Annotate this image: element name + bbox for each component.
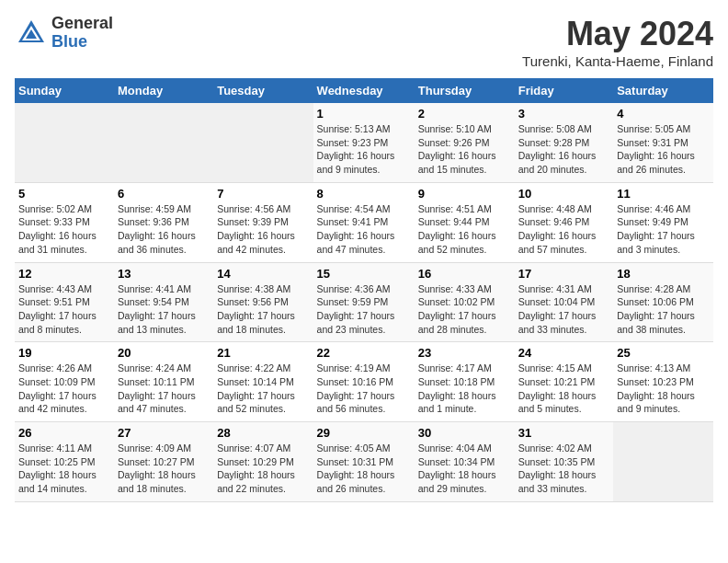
- day-info: Sunrise: 5:10 AMSunset: 9:26 PMDaylight:…: [418, 122, 511, 177]
- calendar-cell: 3Sunrise: 5:08 AMSunset: 9:28 PMDaylight…: [515, 103, 613, 182]
- day-number: 6: [118, 187, 210, 201]
- day-number: 25: [617, 346, 710, 360]
- page-header: General Blue May 2024 Turenki, Kanta-Hae…: [15, 15, 713, 69]
- day-info: Sunrise: 4:13 AMSunset: 10:23 PMDaylight…: [617, 362, 710, 416]
- column-header-thursday: Thursday: [415, 78, 515, 103]
- day-info: Sunrise: 4:04 AMSunset: 10:34 PMDaylight…: [418, 442, 511, 496]
- day-number: 8: [317, 187, 411, 201]
- day-number: 19: [18, 346, 110, 360]
- day-number: 7: [217, 187, 309, 201]
- day-info: Sunrise: 4:19 AMSunset: 10:16 PMDaylight…: [317, 362, 411, 416]
- day-info: Sunrise: 5:05 AMSunset: 9:31 PMDaylight:…: [617, 122, 710, 177]
- month-title: May 2024: [522, 15, 713, 53]
- day-info: Sunrise: 4:24 AMSunset: 10:11 PMDaylight…: [118, 362, 210, 416]
- day-number: 13: [118, 267, 210, 281]
- day-info: Sunrise: 4:38 AMSunset: 9:56 PMDaylight:…: [217, 282, 309, 337]
- day-info: Sunrise: 4:48 AMSunset: 9:46 PMDaylight:…: [518, 202, 609, 257]
- day-number: 23: [418, 346, 511, 360]
- calendar-cell: [613, 422, 713, 502]
- day-number: 26: [18, 426, 110, 440]
- day-number: 28: [217, 426, 309, 440]
- day-info: Sunrise: 4:36 AMSunset: 9:59 PMDaylight:…: [317, 282, 411, 337]
- day-info: Sunrise: 5:08 AMSunset: 9:28 PMDaylight:…: [518, 122, 609, 177]
- day-info: Sunrise: 4:33 AMSunset: 10:02 PMDaylight…: [418, 282, 511, 337]
- logo: General Blue: [15, 15, 113, 52]
- title-area: May 2024 Turenki, Kanta-Haeme, Finland: [522, 15, 713, 69]
- day-info: Sunrise: 4:22 AMSunset: 10:14 PMDaylight…: [217, 362, 309, 416]
- calendar-week-row: 5Sunrise: 5:02 AMSunset: 9:33 PMDaylight…: [15, 182, 713, 262]
- calendar-cell: 6Sunrise: 4:59 AMSunset: 9:36 PMDaylight…: [114, 182, 213, 262]
- calendar-cell: 1Sunrise: 5:13 AMSunset: 9:23 PMDaylight…: [313, 103, 415, 182]
- logo-blue-text: Blue: [51, 33, 113, 52]
- calendar-week-row: 19Sunrise: 4:26 AMSunset: 10:09 PMDaylig…: [15, 342, 713, 422]
- day-info: Sunrise: 4:56 AMSunset: 9:39 PMDaylight:…: [217, 202, 309, 257]
- calendar-cell: 18Sunrise: 4:28 AMSunset: 10:06 PMDaylig…: [613, 262, 713, 342]
- calendar-cell: [114, 103, 213, 182]
- calendar-cell: 16Sunrise: 4:33 AMSunset: 10:02 PMDaylig…: [415, 262, 515, 342]
- day-info: Sunrise: 4:31 AMSunset: 10:04 PMDaylight…: [518, 282, 609, 337]
- day-number: 27: [118, 426, 210, 440]
- day-number: 4: [617, 107, 710, 121]
- logo-text: General Blue: [51, 15, 113, 52]
- calendar-cell: 26Sunrise: 4:11 AMSunset: 10:25 PMDaylig…: [15, 422, 114, 502]
- day-number: 22: [317, 346, 411, 360]
- day-number: 18: [617, 267, 710, 281]
- calendar-cell: 15Sunrise: 4:36 AMSunset: 9:59 PMDayligh…: [313, 262, 415, 342]
- day-number: 5: [18, 187, 110, 201]
- calendar-cell: 4Sunrise: 5:05 AMSunset: 9:31 PMDaylight…: [613, 103, 713, 182]
- calendar-cell: 25Sunrise: 4:13 AMSunset: 10:23 PMDaylig…: [613, 342, 713, 422]
- calendar-cell: 24Sunrise: 4:15 AMSunset: 10:21 PMDaylig…: [515, 342, 613, 422]
- logo-general-text: General: [51, 15, 113, 33]
- day-number: 17: [518, 267, 609, 281]
- calendar-cell: 28Sunrise: 4:07 AMSunset: 10:29 PMDaylig…: [213, 422, 313, 502]
- calendar-cell: 21Sunrise: 4:22 AMSunset: 10:14 PMDaylig…: [213, 342, 313, 422]
- logo-icon: [15, 17, 48, 50]
- day-info: Sunrise: 4:02 AMSunset: 10:35 PMDaylight…: [518, 442, 609, 496]
- location-label: Turenki, Kanta-Haeme, Finland: [522, 53, 713, 69]
- column-header-sunday: Sunday: [15, 78, 114, 103]
- day-number: 9: [418, 187, 511, 201]
- day-number: 29: [317, 426, 411, 440]
- calendar-cell: 2Sunrise: 5:10 AMSunset: 9:26 PMDaylight…: [415, 103, 515, 182]
- calendar-cell: 30Sunrise: 4:04 AMSunset: 10:34 PMDaylig…: [415, 422, 515, 502]
- calendar-cell: 20Sunrise: 4:24 AMSunset: 10:11 PMDaylig…: [114, 342, 213, 422]
- column-header-tuesday: Tuesday: [213, 78, 313, 103]
- column-header-wednesday: Wednesday: [313, 78, 415, 103]
- calendar-cell: 23Sunrise: 4:17 AMSunset: 10:18 PMDaylig…: [415, 342, 515, 422]
- day-number: 30: [418, 426, 511, 440]
- day-number: 20: [118, 346, 210, 360]
- day-number: 12: [18, 267, 110, 281]
- day-number: 21: [217, 346, 309, 360]
- day-info: Sunrise: 4:26 AMSunset: 10:09 PMDaylight…: [18, 362, 110, 416]
- day-info: Sunrise: 4:41 AMSunset: 9:54 PMDaylight:…: [118, 282, 210, 337]
- day-number: 24: [518, 346, 609, 360]
- day-info: Sunrise: 4:51 AMSunset: 9:44 PMDaylight:…: [418, 202, 511, 257]
- day-number: 10: [518, 187, 609, 201]
- column-header-friday: Friday: [515, 78, 613, 103]
- day-info: Sunrise: 4:09 AMSunset: 10:27 PMDaylight…: [118, 442, 210, 496]
- column-header-monday: Monday: [114, 78, 213, 103]
- day-number: 3: [518, 107, 609, 121]
- day-number: 14: [217, 267, 309, 281]
- day-info: Sunrise: 4:15 AMSunset: 10:21 PMDaylight…: [518, 362, 609, 416]
- day-info: Sunrise: 4:07 AMSunset: 10:29 PMDaylight…: [217, 442, 309, 496]
- calendar-cell: 5Sunrise: 5:02 AMSunset: 9:33 PMDaylight…: [15, 182, 114, 262]
- day-info: Sunrise: 4:28 AMSunset: 10:06 PMDaylight…: [617, 282, 710, 337]
- calendar-cell: 19Sunrise: 4:26 AMSunset: 10:09 PMDaylig…: [15, 342, 114, 422]
- calendar-week-row: 12Sunrise: 4:43 AMSunset: 9:51 PMDayligh…: [15, 262, 713, 342]
- calendar-cell: 27Sunrise: 4:09 AMSunset: 10:27 PMDaylig…: [114, 422, 213, 502]
- day-info: Sunrise: 5:13 AMSunset: 9:23 PMDaylight:…: [317, 122, 411, 177]
- calendar-cell: 14Sunrise: 4:38 AMSunset: 9:56 PMDayligh…: [213, 262, 313, 342]
- calendar-cell: 31Sunrise: 4:02 AMSunset: 10:35 PMDaylig…: [515, 422, 613, 502]
- day-info: Sunrise: 4:46 AMSunset: 9:49 PMDaylight:…: [617, 202, 710, 257]
- calendar-header-row: SundayMondayTuesdayWednesdayThursdayFrid…: [15, 78, 713, 103]
- calendar-cell: 10Sunrise: 4:48 AMSunset: 9:46 PMDayligh…: [515, 182, 613, 262]
- day-info: Sunrise: 4:59 AMSunset: 9:36 PMDaylight:…: [118, 202, 210, 257]
- day-info: Sunrise: 4:05 AMSunset: 10:31 PMDaylight…: [317, 442, 411, 496]
- day-number: 1: [317, 107, 411, 121]
- day-info: Sunrise: 4:54 AMSunset: 9:41 PMDaylight:…: [317, 202, 411, 257]
- day-info: Sunrise: 4:11 AMSunset: 10:25 PMDaylight…: [18, 442, 110, 496]
- day-number: 11: [617, 187, 710, 201]
- day-info: Sunrise: 4:17 AMSunset: 10:18 PMDaylight…: [418, 362, 511, 416]
- day-info: Sunrise: 5:02 AMSunset: 9:33 PMDaylight:…: [18, 202, 110, 257]
